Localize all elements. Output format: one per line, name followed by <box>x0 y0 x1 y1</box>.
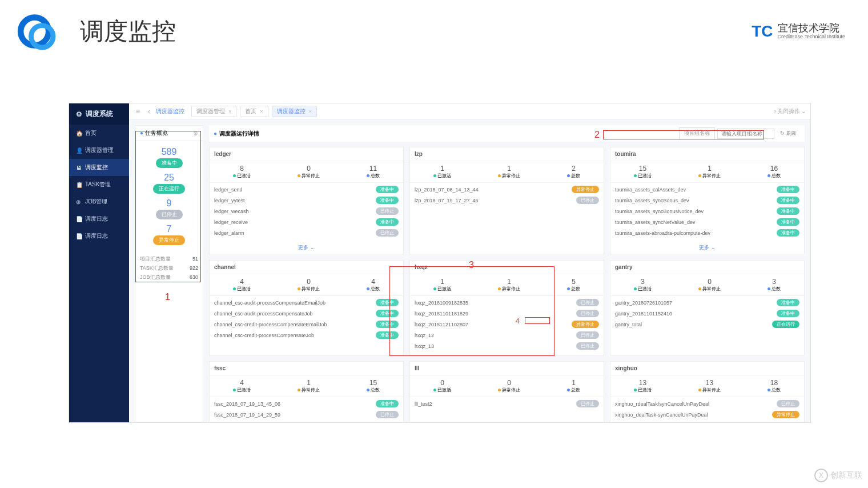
status-pill: 已停止 <box>576 342 599 350</box>
more-link[interactable]: 更多 ⌄ <box>610 242 804 254</box>
task-row[interactable]: toumira_assets_syncNetValue_dev准备中 <box>615 217 799 227</box>
card-title: ledger <box>210 147 403 161</box>
card-title: gantry <box>610 261 804 274</box>
sidebar-item[interactable]: 🖥调度监控 <box>69 159 129 176</box>
nav-icon: 🖥 <box>76 165 82 171</box>
back-icon[interactable]: ‹ <box>146 107 152 115</box>
sidebar-item[interactable]: 🏠首页 <box>69 125 129 142</box>
task-row[interactable]: gantry_20180726101057准备中 <box>615 297 799 308</box>
refresh-button[interactable]: ↻ 刷新 <box>777 128 800 139</box>
project-card: lzp 1已激活 1异常停止 2总数 lzp_2018_07_06_14_13_… <box>409 147 604 254</box>
brand-mark: TC <box>752 22 773 41</box>
annotation-1: 1 <box>165 292 170 302</box>
task-row[interactable]: toumira_assets_syncBonusNotice_dev准备中 <box>615 206 799 217</box>
task-row[interactable]: toumira_assets-abroadra-pulcompute-dev准备… <box>615 227 799 238</box>
card-title: fssc <box>210 362 403 375</box>
card-stats: 8已激活 0异常停止 11总数 <box>210 161 403 183</box>
close-ops-dropdown[interactable]: › 关闭操作 ⌄ <box>774 107 806 115</box>
task-row[interactable]: channel_csc-audit-processCompensateJob准备… <box>214 308 399 319</box>
brand-cn: 宜信技术学院 <box>778 23 845 34</box>
close-icon[interactable]: × <box>260 109 263 114</box>
scheduler-details: ● 调度器运行详情 项目组名称 ↻ 刷新 ledger 8已激活 0异常停止 1… <box>209 125 805 422</box>
chevron-right-icon: › <box>774 108 776 114</box>
slide-title: 调度监控 <box>80 15 176 47</box>
overview-stat: 589准备中 <box>139 145 199 170</box>
brand-en: CreditEase Technical Institute <box>778 34 845 40</box>
status-pill: 已停止 <box>576 299 599 306</box>
status-pill: 已停止 <box>576 197 599 204</box>
overview-stat: 9已停止 <box>139 196 199 222</box>
breadcrumb[interactable]: 调度器监控 <box>156 107 184 115</box>
sidebar: ⚙ 调度系统 🏠首页👤调度器管理🖥调度监控📋TASK管理⊕JOB管理📄调度日志📄… <box>69 103 129 422</box>
search-input[interactable] <box>717 129 774 139</box>
card-stats: 4已激活 0异常停止 4总数 <box>210 274 403 296</box>
card-title: lll <box>410 362 604 375</box>
sidebar-item[interactable]: ⊕JOB管理 <box>69 193 129 210</box>
task-row[interactable]: gantry_20181101152410准备中 <box>615 308 799 319</box>
watermark: X 创新互联 <box>814 469 862 482</box>
nav-icon: 📄 <box>76 216 82 222</box>
task-row[interactable]: hxqz_20181121102807异常停止 <box>415 319 599 330</box>
task-row[interactable]: ledger_wecash已停止 <box>214 206 399 217</box>
task-row[interactable]: channel_csc-credit-processCompensateEmai… <box>214 319 399 330</box>
task-row[interactable]: xinghuo_dealTask-synCancelUnPayDeal异常停止 <box>615 409 799 420</box>
status-pill: 准备中 <box>376 186 399 193</box>
project-card: ledger 8已激活 0异常停止 11总数 ledger_send准备中led… <box>209 147 404 254</box>
task-row[interactable]: xinghuo_rdealTask/synCancelUnPayDeal已停止 <box>615 398 799 409</box>
task-row[interactable]: gantry_total正在运行 <box>615 319 799 330</box>
status-pill: 已停止 <box>576 310 599 317</box>
sidebar-title: ⚙ 调度系统 <box>69 103 129 125</box>
task-row[interactable]: ledger_send准备中 <box>214 184 399 195</box>
sidebar-item[interactable]: 📄调度日志 <box>69 227 129 245</box>
brand-logo: TC 宜信技术学院 CreditEase Technical Institute <box>752 22 845 41</box>
nav-icon: 📋 <box>76 182 82 188</box>
status-pill: 准备中 <box>376 218 399 226</box>
task-row[interactable]: ledger_receive准备中 <box>214 217 399 227</box>
collapse-icon[interactable]: ≡ <box>134 107 142 115</box>
close-icon[interactable]: × <box>309 109 312 114</box>
task-row[interactable]: ledger_alarm已停止 <box>214 227 399 238</box>
card-title: lzp <box>410 147 604 161</box>
status-pill: 正在运行 <box>772 321 799 328</box>
task-row[interactable]: lll_test2已停止 <box>415 398 599 409</box>
card-title: xinghuo <box>610 362 804 375</box>
task-row[interactable]: lzp_2018_07_06_14_13_44异常停止 <box>415 184 599 195</box>
gear-icon[interactable]: ⚙ <box>193 130 198 137</box>
task-row[interactable]: channel_csc-credit-processCompensateJob准… <box>214 330 399 341</box>
status-pill: 准备中 <box>376 197 399 204</box>
tab[interactable]: 调度器监控× <box>272 106 317 117</box>
chevron-down-icon: ⌄ <box>801 108 806 114</box>
more-link[interactable]: 更多 ⌄ <box>210 242 403 254</box>
task-row[interactable]: ledger_yytest准备中 <box>214 195 399 206</box>
project-card: toumira 15已激活 1异常停止 16总数 toumira_assets_… <box>610 147 805 254</box>
task-row[interactable]: channel_csc-audit-processCompensateEmail… <box>214 297 399 308</box>
status-badge: 异常停止 <box>153 235 185 245</box>
project-card: lll 0已激活 0异常停止 1总数 lll_test2已停止 <box>409 361 604 423</box>
sidebar-item[interactable]: 📄调度日志 <box>69 210 129 227</box>
sidebar-item[interactable]: 👤调度器管理 <box>69 142 129 159</box>
status-pill: 准备中 <box>777 218 799 226</box>
status-pill: 已停止 <box>376 411 399 418</box>
settings-icon: ⚙ <box>76 110 82 118</box>
task-row[interactable]: fssc_2018_07_19_14_29_59已停止 <box>214 409 399 420</box>
task-row[interactable]: fssc_2018_07_19_13_45_06准备中 <box>214 398 399 409</box>
task-row[interactable]: lzp_2018_07_19_17_27_46已停止 <box>415 195 599 206</box>
task-row[interactable]: hxqz_20181101181829已停止 <box>415 308 599 319</box>
task-row[interactable]: toumira_assets_calAssets_dev准备中 <box>615 184 799 195</box>
close-icon[interactable]: × <box>228 109 231 114</box>
task-row[interactable]: hxqz_20181009182835已停止 <box>415 297 599 308</box>
nav-icon: ⊕ <box>76 199 82 205</box>
card-stats: 0已激活 0异常停止 1总数 <box>410 375 604 397</box>
task-row[interactable]: hxqz_12已停止 <box>415 330 599 341</box>
status-pill: 已停止 <box>576 400 599 407</box>
project-card: hxqz 1已激活 1异常停止 5总数 hxqz_20181009182835已… <box>409 260 604 355</box>
tab[interactable]: 首页× <box>240 106 268 117</box>
sidebar-item[interactable]: 📋TASK管理 <box>69 176 129 193</box>
task-row[interactable]: hxqz_13已停止 <box>415 341 599 351</box>
tab[interactable]: 调度器管理× <box>191 106 236 117</box>
project-card: fssc 4已激活 1异常停止 15总数 fssc_2018_07_19_13_… <box>209 361 404 423</box>
status-pill: 准备中 <box>777 207 799 215</box>
details-header: ● 调度器运行详情 项目组名称 ↻ 刷新 <box>209 125 805 142</box>
task-row[interactable]: toumira_assets_syncBonus_dev准备中 <box>615 195 799 206</box>
project-card: gantry 3已激活 0异常停止 3总数 gantry_20180726101… <box>610 260 805 355</box>
